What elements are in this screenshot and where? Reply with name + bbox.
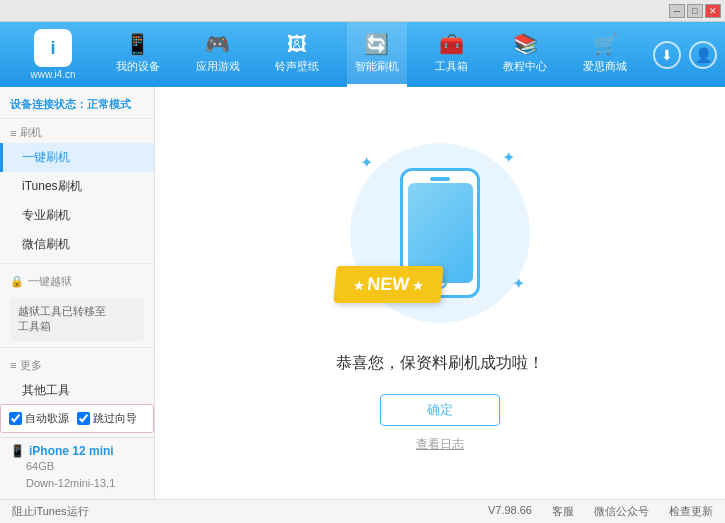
sparkle-icon-2: ✦ xyxy=(502,148,515,167)
download-button[interactable]: ⬇ xyxy=(653,41,681,69)
main-area: 设备连接状态：正常模式 ≡ 刷机 一键刷机 iTunes刷机 专业刷机 微信刷机 xyxy=(0,87,725,499)
logo-icon: i xyxy=(34,29,72,67)
skip-wizard-label: 跳过向导 xyxy=(93,411,137,426)
sidebar-item-pro-flash[interactable]: 专业刷机 xyxy=(0,201,154,230)
logo-letter: i xyxy=(50,38,55,59)
nav-tutorial-label: 教程中心 xyxy=(503,59,547,74)
sparkle-icon-3: ✦ xyxy=(512,274,525,293)
close-button[interactable]: ✕ xyxy=(705,4,721,18)
device-storage: 64GB xyxy=(10,458,144,476)
auto-source-checkbox[interactable] xyxy=(9,412,22,425)
lock-icon: 🔒 xyxy=(10,275,24,288)
logo-text: www.i4.cn xyxy=(30,69,75,80)
auto-source-label: 自动歌源 xyxy=(25,411,69,426)
jailbreak-note-text: 越狱工具已转移至工具箱 xyxy=(18,305,106,332)
header: i www.i4.cn 📱 我的设备 🎮 应用游戏 🖼 铃声壁纸 🔄 智能刷机 … xyxy=(0,22,725,87)
sidebar-top: 设备连接状态：正常模式 ≡ 刷机 一键刷机 iTunes刷机 专业刷机 微信刷机 xyxy=(0,91,154,404)
smart-flash-icon: 🔄 xyxy=(364,32,389,56)
footer: 阻止iTunes运行 V7.98.66 客服 微信公众号 检查更新 xyxy=(0,499,725,523)
section-more: ≡ 更多 xyxy=(0,352,154,376)
device-name: 📱 iPhone 12 mini xyxy=(10,444,144,458)
minimize-button[interactable]: ─ xyxy=(669,4,685,18)
connection-status: 设备连接状态：正常模式 xyxy=(0,91,154,119)
auto-source-checkbox-label[interactable]: 自动歌源 xyxy=(9,411,69,426)
sidebar-wrapper: 设备连接状态：正常模式 ≡ 刷机 一键刷机 iTunes刷机 专业刷机 微信刷机 xyxy=(0,91,154,499)
window-controls: ─ □ ✕ xyxy=(669,4,721,18)
content-area: NEW ✦ ✦ ✦ 恭喜您，保资料刷机成功啦！ 确定 查看日志 xyxy=(155,87,725,499)
nav-actions: ⬇ 👤 xyxy=(653,41,717,69)
section-flash-icon: ≡ xyxy=(10,127,16,139)
user-button[interactable]: 👤 xyxy=(689,41,717,69)
device-info: 📱 iPhone 12 mini 64GB Down-12mini-13,1 xyxy=(0,437,154,499)
nav-tutorial[interactable]: 📚 教程中心 xyxy=(495,22,555,87)
other-tools-label: 其他工具 xyxy=(22,383,70,397)
wallpaper-icon: 🖼 xyxy=(287,33,307,56)
itunes-flash-label: iTunes刷机 xyxy=(22,179,82,193)
section-more-icon: ≡ xyxy=(10,359,16,371)
nav-smart-flash-label: 智能刷机 xyxy=(355,59,399,74)
section-flash-label: 刷机 xyxy=(20,125,42,140)
skip-wizard-checkbox-label[interactable]: 跳过向导 xyxy=(77,411,137,426)
nav-app-games-label: 应用游戏 xyxy=(196,59,240,74)
divider-2 xyxy=(0,347,154,348)
nav-my-device[interactable]: 📱 我的设备 xyxy=(108,22,168,87)
success-message: 恭喜您，保资料刷机成功啦！ xyxy=(336,353,544,374)
nav-items: 📱 我的设备 🎮 应用游戏 🖼 铃声壁纸 🔄 智能刷机 🧰 工具箱 📚 教程中心… xyxy=(98,22,645,87)
sidebar-item-wechat-flash[interactable]: 微信刷机 xyxy=(0,230,154,259)
nav-toolbox[interactable]: 🧰 工具箱 xyxy=(427,22,476,87)
skip-wizard-checkbox[interactable] xyxy=(77,412,90,425)
divider-1 xyxy=(0,263,154,264)
one-click-flash-label: 一键刷机 xyxy=(22,150,70,164)
device-model: Down-12mini-13,1 xyxy=(10,475,144,493)
title-bar: ─ □ ✕ xyxy=(0,0,725,22)
nav-my-device-label: 我的设备 xyxy=(116,59,160,74)
my-device-icon: 📱 xyxy=(125,32,150,56)
customer-service-link[interactable]: 客服 xyxy=(552,504,574,519)
sidebar-item-one-click-flash[interactable]: 一键刷机 xyxy=(0,143,154,172)
itunes-block-button[interactable]: 阻止iTunes运行 xyxy=(12,505,89,517)
maximize-button[interactable]: □ xyxy=(687,4,703,18)
toolbox-icon: 🧰 xyxy=(439,32,464,56)
footer-right: V7.98.66 客服 微信公众号 检查更新 xyxy=(488,504,713,519)
nav-store[interactable]: 🛒 爱思商城 xyxy=(575,22,635,87)
footer-left: 阻止iTunes运行 xyxy=(12,504,468,519)
nav-wallpaper[interactable]: 🖼 铃声壁纸 xyxy=(267,22,327,87)
app-games-icon: 🎮 xyxy=(205,32,230,56)
section-flash: ≡ 刷机 xyxy=(0,119,154,143)
device-phone-icon: 📱 xyxy=(10,444,25,458)
store-icon: 🛒 xyxy=(593,32,618,56)
tutorial-icon: 📚 xyxy=(513,32,538,56)
section-jailbreak: 🔒 一键越狱 xyxy=(0,268,154,292)
sparkle-icon-1: ✦ xyxy=(360,153,373,172)
status-label: 设备连接状态： xyxy=(10,98,87,110)
sidebar-item-itunes-flash[interactable]: iTunes刷机 xyxy=(0,172,154,201)
version-text: V7.98.66 xyxy=(488,504,532,519)
wechat-flash-label: 微信刷机 xyxy=(22,237,70,251)
jailbreak-note: 越狱工具已转移至工具箱 xyxy=(10,298,144,341)
wechat-public-link[interactable]: 微信公众号 xyxy=(594,504,649,519)
checkbox-row: 自动歌源 跳过向导 xyxy=(0,404,154,433)
view-log-link[interactable]: 查看日志 xyxy=(416,436,464,453)
confirm-button[interactable]: 确定 xyxy=(380,394,500,426)
nav-app-games[interactable]: 🎮 应用游戏 xyxy=(188,22,248,87)
phone-speaker xyxy=(430,177,450,181)
nav-wallpaper-label: 铃声壁纸 xyxy=(275,59,319,74)
success-illustration: NEW ✦ ✦ ✦ xyxy=(340,133,540,333)
device-name-text: iPhone 12 mini xyxy=(29,444,114,458)
nav-smart-flash[interactable]: 🔄 智能刷机 xyxy=(347,22,407,87)
nav-toolbox-label: 工具箱 xyxy=(435,59,468,74)
status-value: 正常模式 xyxy=(87,98,131,110)
logo-area: i www.i4.cn xyxy=(8,29,98,80)
section-more-label: 更多 xyxy=(20,358,42,373)
pro-flash-label: 专业刷机 xyxy=(22,208,70,222)
nav-store-label: 爱思商城 xyxy=(583,59,627,74)
sidebar: 设备连接状态：正常模式 ≡ 刷机 一键刷机 iTunes刷机 专业刷机 微信刷机 xyxy=(0,87,155,499)
check-update-link[interactable]: 检查更新 xyxy=(669,504,713,519)
section-jailbreak-label: 一键越狱 xyxy=(28,274,72,289)
sidebar-item-other-tools[interactable]: 其他工具 xyxy=(0,376,154,404)
new-badge: NEW xyxy=(333,266,443,303)
